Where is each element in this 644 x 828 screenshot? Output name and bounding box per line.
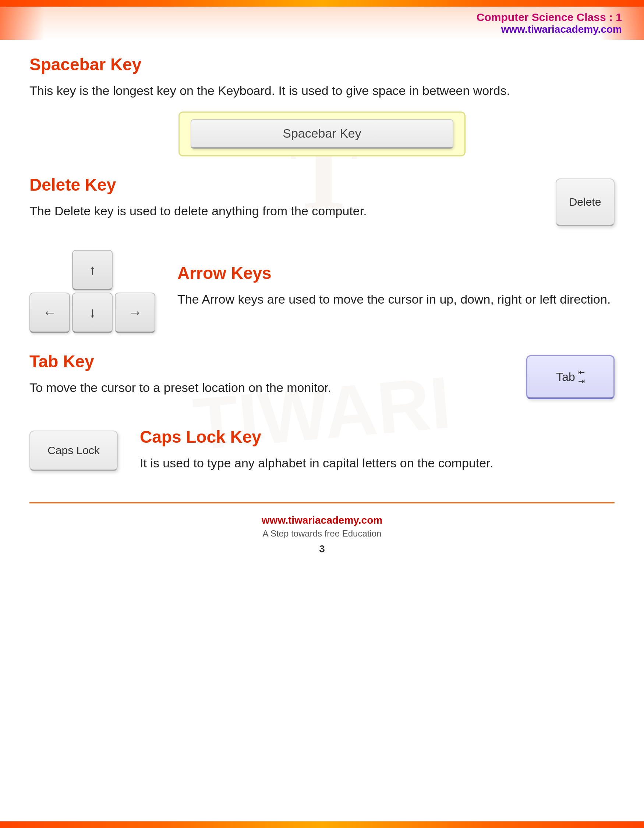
tab-arrow-left: ⇤ <box>578 368 585 377</box>
footer: www.tiwariacademy.com A Step towards fre… <box>30 502 614 562</box>
tab-heading: Tab Key <box>30 351 504 371</box>
spacebar-section: Spacebar Key This key is the longest key… <box>30 55 614 157</box>
arrow-up-key: ↑ <box>72 250 113 290</box>
arrow-row-top: ↑ <box>72 250 113 290</box>
capslock-heading: Caps Lock Key <box>140 427 614 447</box>
delete-heading: Delete Key <box>30 175 534 194</box>
delete-section: Delete Key The Delete key is used to del… <box>30 175 614 232</box>
spacebar-key: Spacebar Key <box>191 119 453 149</box>
bottom-bar <box>0 822 644 828</box>
capslock-text: It is used to type any alphabet in capit… <box>140 453 614 473</box>
arrow-grid: ↑ ← ↓ → <box>30 250 155 333</box>
arrow-left-key: ← <box>30 293 70 333</box>
delete-text: The Delete key is used to delete anythin… <box>30 201 534 221</box>
header-band: Computer Science Class : 1 www.tiwariaca… <box>0 6 644 40</box>
arrow-keys-visual: ↑ ← ↓ → <box>30 250 155 333</box>
header-url: www.tiwariacademy.com <box>476 24 622 35</box>
tab-key: Tab ⇤ ⇥ <box>526 355 614 399</box>
arrow-section: ↑ ← ↓ → Arrow Keys The Arrow keys are us… <box>30 250 614 333</box>
delete-key-visual: Delete <box>556 179 614 226</box>
main-content: T TIWARI Spacebar Key This key is the lo… <box>0 40 644 584</box>
arrow-heading: Arrow Keys <box>177 263 614 283</box>
arrow-text-block: Arrow Keys The Arrow keys are used to mo… <box>177 263 614 320</box>
spacebar-visual: Spacebar Key <box>30 111 614 157</box>
tab-section: Tab Key To move the cursor to a preset l… <box>30 351 614 408</box>
spacebar-text: This key is the longest key on the Keybo… <box>30 81 614 100</box>
arrow-text: The Arrow keys are used to move the curs… <box>177 290 614 309</box>
arrow-down-key: ↓ <box>72 293 113 333</box>
tab-text: To move the cursor to a preset location … <box>30 378 504 397</box>
tab-key-label: Tab <box>556 370 575 384</box>
footer-url: www.tiwariacademy.com <box>30 514 614 526</box>
top-bar <box>0 0 644 6</box>
tab-text-block: Tab Key To move the cursor to a preset l… <box>30 351 504 408</box>
capslock-key-visual: Caps Lock <box>30 431 118 471</box>
capslock-section: Caps Lock Caps Lock Key It is used to ty… <box>30 427 614 484</box>
spacebar-outer: Spacebar Key <box>179 111 465 157</box>
header-title: Computer Science Class : 1 <box>476 11 622 24</box>
spacebar-heading: Spacebar Key <box>30 55 614 74</box>
arrow-row-bottom: ← ↓ → <box>30 293 155 333</box>
tab-arrow-right: ⇥ <box>578 377 585 386</box>
header-text: Computer Science Class : 1 www.tiwariaca… <box>476 11 622 35</box>
tab-key-visual: Tab ⇤ ⇥ <box>526 355 614 399</box>
delete-key: Delete <box>556 179 614 226</box>
capslock-key: Caps Lock <box>30 431 118 471</box>
page-number: 3 <box>30 543 614 555</box>
delete-text-block: Delete Key The Delete key is used to del… <box>30 175 534 232</box>
capslock-text-block: Caps Lock Key It is used to type any alp… <box>140 427 614 484</box>
tab-arrow-icon: ⇤ ⇥ <box>578 368 585 386</box>
footer-tagline: A Step towards free Education <box>30 528 614 539</box>
arrow-right-key: → <box>115 293 155 333</box>
